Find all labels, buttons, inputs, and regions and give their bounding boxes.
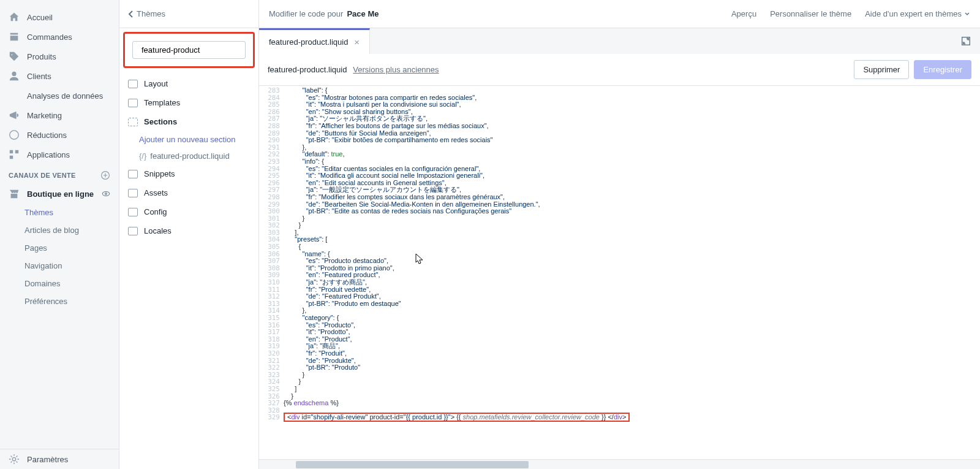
editor-tab[interactable]: featured-product.liquid × (259, 28, 370, 54)
svg-rect-2 (10, 150, 13, 153)
apps-icon (9, 149, 20, 160)
expand-icon[interactable] (960, 36, 971, 47)
expert-help-link[interactable]: Aide d'un expert en thèmes (865, 9, 970, 18)
svg-point-6 (102, 192, 109, 196)
orders-icon (9, 31, 20, 42)
folder-icon (128, 170, 138, 178)
nav-label: Produits (27, 52, 56, 61)
nav-navigation[interactable]: Navigation (0, 257, 119, 275)
folder-locales[interactable]: Locales (119, 221, 258, 240)
nav-marketing[interactable]: Marketing (0, 105, 119, 125)
nav-label: Réductions (27, 131, 67, 140)
nav-analytics[interactable]: Analyses de données (0, 86, 119, 105)
folder-config[interactable]: Config (119, 202, 258, 221)
chevron-down-icon (964, 11, 970, 17)
nav-discounts[interactable]: Réductions (0, 125, 119, 145)
folder-open-icon (128, 118, 138, 126)
tab-label: featured-product.liquid (269, 37, 348, 47)
edit-prefix: Modifier le code pour (269, 9, 343, 18)
folder-icon (128, 189, 138, 197)
nav-themes[interactable]: Thèmes (0, 204, 119, 221)
nav-label: Paramètres (27, 455, 68, 464)
nav-products[interactable]: Produits (0, 47, 119, 66)
back-to-themes[interactable]: Thèmes (128, 9, 165, 18)
svg-point-0 (12, 72, 16, 76)
megaphone-icon (9, 110, 20, 121)
chevron-left-icon (128, 10, 134, 18)
svg-point-7 (105, 193, 107, 195)
horizontal-scrollbar[interactable] (259, 459, 980, 469)
nav-blog[interactable]: Articles de blog (0, 221, 119, 239)
nav-online-store[interactable]: Boutique en ligne (0, 184, 119, 204)
eye-icon[interactable] (102, 189, 110, 198)
nav-label: Applications (27, 150, 70, 159)
nav-label: Analyses de données (27, 91, 103, 101)
scrollbar-thumb[interactable] (296, 461, 529, 468)
folder-snippets[interactable]: Snippets (119, 164, 258, 183)
nav-domains[interactable]: Domaines (0, 275, 119, 292)
home-icon (9, 12, 20, 23)
store-icon (9, 188, 20, 199)
discount-icon (9, 129, 20, 140)
delete-button[interactable]: Supprimer (854, 60, 909, 79)
nav-home[interactable]: Accueil (0, 7, 119, 27)
add-section-link[interactable]: Ajouter un nouveau section (119, 131, 258, 148)
folder-templates[interactable]: Templates (119, 93, 258, 112)
search-input[interactable] (141, 45, 244, 55)
svg-point-8 (12, 457, 15, 460)
nav-orders[interactable]: Commandes (0, 27, 119, 47)
tab-close-icon[interactable]: × (354, 37, 360, 47)
nav-apps[interactable]: Applications (0, 145, 119, 164)
filename-label: featured-product.liquid (268, 65, 347, 74)
nav-label: Accueil (27, 13, 53, 22)
folder-icon (128, 227, 138, 235)
nav-label: Commandes (27, 32, 72, 42)
editor-header: Modifier le code pour Pace Me Aperçu Per… (259, 0, 980, 28)
file-search[interactable] (132, 41, 246, 59)
save-button[interactable]: Enregistrer (914, 60, 971, 79)
tag-icon (9, 51, 20, 62)
folder-icon (128, 80, 138, 88)
nav-settings[interactable]: Paramètres (0, 449, 119, 469)
search-highlight (123, 32, 255, 68)
folder-icon (128, 208, 138, 216)
nav-label: Clients (27, 72, 51, 81)
svg-rect-3 (15, 150, 18, 153)
code-area[interactable]: "label": { "es": "Mostrar botones para c… (284, 86, 980, 459)
add-channel-icon[interactable] (100, 170, 110, 180)
nav-label: Marketing (27, 111, 62, 120)
nav-label: Boutique en ligne (27, 189, 94, 199)
nav-pages[interactable]: Pages (0, 239, 119, 257)
folder-sections[interactable]: Sections (119, 112, 258, 131)
folder-assets[interactable]: Assets (119, 183, 258, 202)
sales-channels-header: CANAUX DE VENTE (0, 164, 119, 184)
customize-link[interactable]: Personnaliser le thème (770, 9, 851, 18)
preview-link[interactable]: Aperçu (731, 9, 756, 18)
older-versions-link[interactable]: Versions plus anciennes (353, 65, 439, 74)
svg-point-1 (10, 131, 18, 139)
line-gutter: 283 284 285 286 287 288 289 290 291 292 … (259, 86, 284, 459)
nav-customers[interactable]: Clients (0, 66, 119, 86)
file-featured-product[interactable]: {/}featured-product.liquid (119, 148, 258, 164)
theme-name: Pace Me (347, 9, 379, 18)
svg-rect-4 (10, 156, 13, 159)
gear-icon (9, 454, 20, 465)
code-editor[interactable]: 283 284 285 286 287 288 289 290 291 292 … (259, 86, 980, 459)
folder-icon (128, 99, 138, 107)
nav-preferences[interactable]: Préférences (0, 292, 119, 310)
analytics-icon (9, 90, 20, 101)
folder-layout[interactable]: Layout (119, 74, 258, 93)
user-icon (9, 71, 20, 82)
